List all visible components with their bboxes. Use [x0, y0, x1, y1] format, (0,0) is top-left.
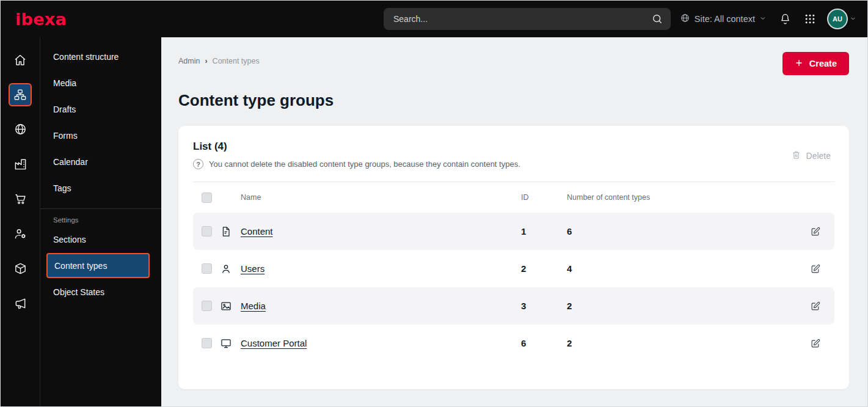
plus-icon	[795, 59, 803, 69]
marketing-megaphone-icon	[13, 296, 27, 310]
home-icon	[13, 53, 27, 67]
edit-icon[interactable]	[810, 301, 834, 312]
rail-item-dashboard[interactable]	[1, 42, 40, 77]
sidebar-item-label: Content structure	[53, 52, 119, 62]
sidebar-item-label: Calendar	[53, 157, 88, 167]
commerce-cart-icon	[13, 192, 27, 206]
chevron-down-icon	[759, 14, 767, 24]
sidebar-item-forms[interactable]: Forms	[40, 122, 161, 148]
breadcrumb-current: Content types	[213, 57, 260, 65]
list-note: ? You cannot delete the disabled content…	[193, 159, 520, 169]
rail-item-marketing[interactable]	[1, 286, 40, 321]
row-count: 2	[567, 338, 810, 348]
apps-grid-icon[interactable]	[804, 13, 816, 25]
edit-icon[interactable]	[810, 226, 834, 237]
ibexa-logo[interactable]: ibexa	[15, 10, 67, 29]
sidebar-item-content-structure[interactable]: Content structure	[40, 43, 161, 70]
row-count: 4	[567, 263, 810, 274]
column-header-id: ID	[521, 193, 567, 202]
row-name-link[interactable]: Users	[241, 263, 521, 274]
sidebar-item-drafts[interactable]: Drafts	[40, 96, 161, 122]
sidebar-item-label: Sections	[53, 235, 86, 244]
rail-item-products[interactable]	[1, 251, 40, 286]
app-window: ibexa Site: All context	[1, 1, 867, 406]
table-row[interactable]: Media 3 2	[193, 287, 834, 324]
globe-icon	[680, 13, 690, 25]
breadcrumb: Admin › Content types	[178, 57, 260, 65]
sidebar-item-calendar[interactable]: Calendar	[40, 148, 161, 175]
products-icon	[13, 262, 27, 276]
rail-item-commerce[interactable]	[1, 182, 40, 216]
media-image-icon	[220, 300, 241, 312]
chevron-down-icon	[850, 13, 856, 24]
sidebar-item-media[interactable]: Media	[40, 70, 161, 96]
create-button-label: Create	[809, 59, 837, 68]
customers-icon	[13, 227, 27, 241]
row-checkbox[interactable]	[202, 338, 212, 348]
edit-icon[interactable]	[810, 338, 834, 349]
sidebar-item-label: Tags	[53, 183, 71, 193]
column-header-count: Number of content types	[567, 193, 810, 202]
sidebar-item-sections[interactable]: Sections	[40, 226, 161, 252]
table-row[interactable]: Users 2 4	[193, 250, 834, 287]
topbar-right: Site: All context AU	[680, 1, 856, 37]
sidebar-item-label: Content types	[54, 261, 107, 271]
sidebar-item-content-types[interactable]: Content types	[46, 253, 150, 278]
breadcrumb-separator-icon: ›	[205, 57, 207, 65]
sidebar-menu: Content structure Media Drafts Forms Cal…	[40, 37, 161, 406]
settings-section-label: Settings	[40, 209, 161, 226]
row-name-link[interactable]: Customer Portal	[241, 338, 521, 348]
global-search	[384, 8, 671, 30]
company-icon	[13, 157, 27, 171]
sidebar-item-label: Media	[53, 78, 76, 88]
row-id: 6	[521, 338, 567, 348]
search-icon[interactable]	[651, 13, 663, 28]
content-file-icon	[220, 226, 241, 238]
row-count: 2	[567, 301, 810, 311]
delete-button[interactable]: Delete	[787, 149, 834, 163]
main-content: Admin › Content types Create Content typ…	[161, 37, 867, 406]
rail-item-customers[interactable]	[1, 216, 40, 251]
help-icon[interactable]: ?	[193, 159, 203, 169]
row-id: 2	[521, 263, 567, 274]
edit-icon[interactable]	[810, 263, 834, 274]
table-row[interactable]: Customer Portal 6 2	[193, 324, 834, 362]
user-menu[interactable]: AU	[828, 10, 856, 28]
icon-rail	[1, 37, 40, 406]
row-id: 1	[521, 226, 567, 237]
notifications-bell-icon[interactable]	[779, 13, 792, 26]
sidebar-item-tags[interactable]: Tags	[40, 175, 161, 201]
search-input[interactable]	[384, 8, 671, 30]
row-checkbox[interactable]	[202, 301, 212, 311]
site-context-selector[interactable]: Site: All context	[680, 13, 767, 25]
rail-item-company[interactable]	[1, 147, 40, 182]
list-title: List (4)	[193, 141, 520, 153]
column-header-name: Name	[241, 193, 521, 202]
rail-item-site[interactable]	[1, 112, 40, 147]
content-type-groups-card: List (4) ? You cannot delete the disable…	[178, 126, 849, 389]
row-name-link[interactable]: Content	[241, 226, 521, 237]
content-structure-icon	[9, 83, 32, 106]
table-header: Name ID Number of content types	[193, 182, 834, 213]
rail-item-content[interactable]	[1, 77, 40, 112]
row-name-link[interactable]: Media	[241, 301, 521, 311]
customer-portal-monitor-icon	[220, 337, 241, 350]
sidebar-item-label: Forms	[53, 131, 78, 141]
table-row[interactable]: Content 1 6	[193, 213, 834, 250]
select-all-checkbox[interactable]	[202, 193, 212, 203]
site-context-label: Site: All context	[695, 14, 755, 24]
row-count: 6	[567, 226, 810, 237]
create-button[interactable]: Create	[782, 52, 849, 75]
avatar: AU	[828, 10, 847, 28]
row-checkbox[interactable]	[202, 263, 212, 274]
list-note-text: You cannot delete the disabled content t…	[209, 160, 520, 169]
users-icon	[220, 263, 241, 275]
site-icon	[13, 122, 27, 136]
delete-button-label: Delete	[806, 151, 831, 161]
breadcrumb-admin[interactable]: Admin	[178, 57, 200, 65]
page-title: Content type groups	[178, 91, 849, 110]
row-checkbox[interactable]	[202, 226, 212, 237]
row-id: 3	[521, 301, 567, 311]
sidebar-item-object-states[interactable]: Object States	[40, 279, 161, 305]
sidebar-item-label: Drafts	[53, 105, 76, 114]
